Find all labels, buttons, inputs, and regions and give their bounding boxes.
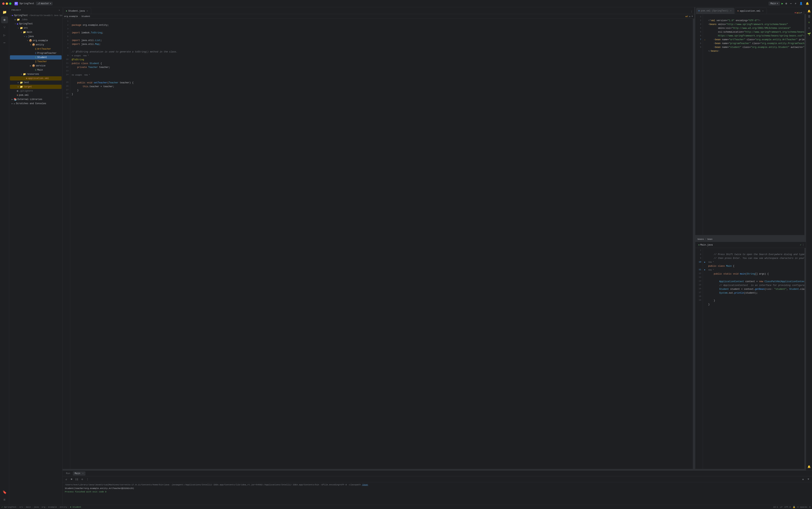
appxml-line-numbers: 1 2 3 4 5 6 7 8 9	[695, 14, 703, 235]
main-java-tab[interactable]: ● Main.java	[697, 243, 714, 247]
breadcrumb-example[interactable]: example	[48, 506, 57, 508]
sidebar-item-student[interactable]: ▶ C Student	[10, 55, 62, 60]
sidebar-item-test[interactable]: ▶ 📁 test	[10, 80, 62, 85]
warning-nav-up[interactable]: ▲	[689, 15, 691, 18]
pom-tab-close[interactable]: ×	[730, 9, 732, 12]
activity-run[interactable]: ▷	[1, 32, 8, 38]
status-encoding[interactable]: UTF-8	[784, 506, 791, 508]
breadcrumb-springtest[interactable]: SpringTest	[4, 506, 16, 508]
sidebar-item-java[interactable]: ▾ ☕ java	[10, 34, 62, 38]
tab-more-button[interactable]: ⋮	[690, 9, 694, 14]
activity-vcs[interactable]: ⑂	[1, 24, 8, 31]
right-icons: 🔔 🗄 G M 🌱 🔔	[806, 7, 812, 471]
sidebar-item-service[interactable]: ▶ 📦 service	[10, 64, 62, 68]
sidebar-item-springtest-root[interactable]: ▾ ● SpringTest ~/Desktop/CS/JavaEE/2 Jav…	[10, 13, 62, 18]
sidebar-expand-icon[interactable]: ▾	[59, 9, 60, 11]
breadcrumb-java[interactable]: java	[34, 506, 39, 508]
sidebar-item-gitignore[interactable]: ▶ ⚙ .gitignore	[10, 89, 62, 93]
tab-close-button[interactable]: ×	[86, 10, 89, 12]
search-icon[interactable]: ⌕	[794, 2, 797, 5]
status-line-ending[interactable]: LF	[780, 506, 782, 508]
sidebar-item-target[interactable]: ▶ 📁 target	[10, 85, 62, 89]
run-tab[interactable]: Run	[64, 471, 72, 476]
breadcrumb-org[interactable]: org	[42, 506, 45, 508]
sidebar-item-teacher[interactable]: ▶ I Teacher	[10, 60, 62, 64]
activity-plugins[interactable]: ⋯	[1, 39, 8, 46]
notifications-icon[interactable]: 🔔	[805, 2, 810, 5]
more-icon[interactable]: ⋯	[789, 2, 792, 5]
notification-badge-icon[interactable]: 🔔	[807, 464, 811, 469]
appxml-scrollbar[interactable]	[804, 14, 806, 235]
warning-nav-down[interactable]: ▼	[692, 15, 693, 18]
sidebar-item-main-class[interactable]: ▶ C Main	[10, 68, 62, 72]
sidebar-item-springtest[interactable]: ▾ ◉ SpringTest	[10, 22, 62, 26]
sidebar-item-application-xml[interactable]: ▶ ≋ application.xml	[10, 76, 62, 80]
database-icon[interactable]: 🗄	[807, 14, 811, 19]
breadcrumb-src[interactable]: src	[19, 506, 23, 508]
notifications-right-icon[interactable]: 🔔	[807, 9, 811, 13]
maximize-button[interactable]	[9, 2, 11, 5]
breadcrumb-entity[interactable]: entity	[60, 506, 67, 508]
run-result-output: Student(teacher=org.example.entity.ArtTe…	[65, 487, 810, 490]
spring-icon[interactable]: 🌱	[807, 32, 811, 36]
appxml-scrollbar-h[interactable]	[695, 235, 806, 237]
close-button[interactable]	[2, 2, 5, 5]
sidebar-item-org-example[interactable]: ▾ 📦 org.example	[10, 38, 62, 43]
activity-structure[interactable]: ≡	[1, 497, 8, 503]
student-java-tab[interactable]: ● Student.java ×	[63, 8, 91, 14]
right-tab-more[interactable]: ⋮	[803, 11, 805, 14]
settings-icon[interactable]: ⚙	[785, 2, 788, 5]
left-scrollbar[interactable]	[693, 19, 694, 469]
breadcrumb-main[interactable]: main	[26, 506, 31, 508]
breadcrumb-student[interactable]: ● Student	[70, 506, 81, 508]
minimize-button[interactable]	[6, 2, 8, 5]
left-code-content[interactable]: package org.example.entity; import lombo…	[70, 19, 693, 469]
activity-search[interactable]: ⊕	[1, 16, 8, 23]
application-xml-tab[interactable]: ≋ application.xml ×	[735, 8, 767, 14]
main-run-tab[interactable]: Main ×	[73, 471, 85, 476]
sidebar-item-idea[interactable]: ▶ 📁 .idea	[10, 18, 62, 22]
run-button[interactable]: ▶	[781, 2, 783, 5]
activity-folder[interactable]: 📁	[1, 9, 8, 15]
status-indent[interactable]: 4 spaces	[797, 506, 807, 508]
bottom-tabs: Run Main ×	[63, 471, 812, 476]
gradle-icon[interactable]: G	[807, 20, 811, 25]
stop-button[interactable]: ■	[69, 477, 74, 481]
sidebar-item-external-libs[interactable]: ▶ 📚 External Libraries	[10, 97, 62, 101]
profile-icon[interactable]: 👤	[799, 2, 803, 5]
main-code-content[interactable]: // Press Shift twice to open the Search …	[707, 248, 804, 469]
status-position[interactable]: 19:1	[773, 506, 778, 508]
run-config[interactable]: Main ▾	[769, 2, 780, 5]
nav-up[interactable]: ▲	[800, 12, 801, 14]
appxml-code-content[interactable]: <?xml version="1.0" encoding="UTF-8"?> <…	[707, 14, 804, 235]
main-tab-more[interactable]: ⋮	[802, 243, 804, 246]
activity-bookmarks[interactable]: 🔖	[1, 489, 8, 496]
sidebar-item-scratches[interactable]: ▶ ✏ Scratches and Consoles	[10, 101, 62, 106]
sidebar-item-main[interactable]: ▾ 📁 main	[10, 30, 62, 34]
branch-icon: ⎇	[37, 2, 40, 5]
sidebar-item-entity[interactable]: ▾ 📦 entity	[10, 43, 62, 47]
scroll-up-button[interactable]: ▲	[801, 477, 805, 481]
appxml-tab-close[interactable]: ×	[762, 10, 764, 12]
pom-tab-icon: m	[698, 9, 700, 12]
nav-down[interactable]: ▼	[801, 12, 802, 14]
toolbar-more-button[interactable]: ⋮	[85, 477, 90, 481]
main-scrollbar-h[interactable]	[695, 469, 806, 471]
sidebar-item-src[interactable]: ▾ 📁 src	[10, 26, 62, 30]
pom-xml-tab[interactable]: m pom.xml (SpringTest) ×	[696, 8, 734, 14]
sidebar-item-artteacher[interactable]: ▶ C ArtTeacher	[10, 47, 62, 51]
main-scrollbar[interactable]	[804, 248, 806, 469]
sidebar-item-programteacher[interactable]: ▶ C ProgramTeacher	[10, 51, 62, 55]
restart-button[interactable]: ↺	[64, 477, 68, 481]
left-scrollbar-h[interactable]	[63, 469, 694, 471]
status-lock-icon: 🔒	[793, 506, 796, 508]
status-settings-icon[interactable]: ⚙	[809, 506, 810, 508]
clear-button[interactable]: ⊘	[80, 477, 84, 481]
main-run-close[interactable]: ×	[82, 473, 83, 475]
sidebar-item-resources[interactable]: ▾ 📁 resources	[10, 72, 62, 76]
scroll-down-button[interactable]: ▼	[806, 477, 810, 481]
sidebar-item-pom-xml[interactable]: ▶ ≋ pom.xml	[10, 93, 62, 97]
branch-selector[interactable]: ⎇ master ▾	[36, 2, 52, 5]
pause-button[interactable]: ❙❙	[75, 477, 79, 481]
maven-icon[interactable]: M	[807, 26, 811, 31]
